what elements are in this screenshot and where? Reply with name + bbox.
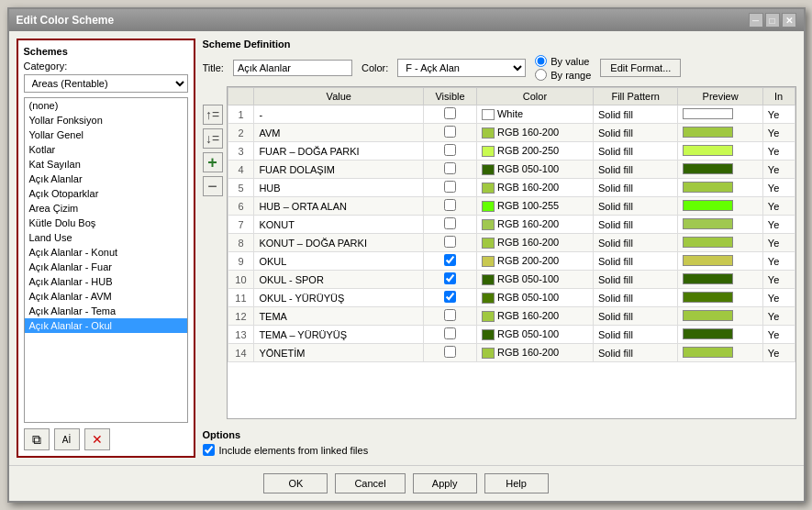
row-num: 1 <box>228 105 254 124</box>
table-row[interactable]: 1-WhiteSolid fillYe <box>228 105 795 124</box>
table-row[interactable]: 8KONUT – DOĞA PARKIRGB 160-200Solid fill… <box>228 234 795 252</box>
row-visible[interactable] <box>424 161 477 179</box>
row-visible[interactable] <box>424 344 477 362</box>
table-row[interactable]: 9OKULRGB 200-200Solid fillYe <box>228 252 795 271</box>
scheme-list-item[interactable]: Açık Alanlar - Konut <box>25 245 187 260</box>
row-visible[interactable] <box>424 252 477 271</box>
row-visible[interactable] <box>424 124 477 142</box>
row-visible[interactable] <box>424 289 477 307</box>
visible-checkbox[interactable] <box>444 181 456 193</box>
edit-color-scheme-dialog: Edit Color Scheme ─ □ ✕ Schemes Category… <box>7 7 806 503</box>
copy-scheme-button[interactable]: ⧉ <box>24 428 50 450</box>
table-row[interactable]: 7KONUTRGB 160-200Solid fillYe <box>228 216 795 234</box>
options-section: Options Include elements from linked fil… <box>203 425 796 458</box>
scheme-list-item[interactable]: Açık Alanlar - Tema <box>25 304 187 318</box>
visible-checkbox[interactable] <box>444 236 456 248</box>
scheme-list-item[interactable]: Kotlar <box>25 142 187 157</box>
visible-checkbox[interactable] <box>444 107 456 119</box>
include-linked-checkbox[interactable] <box>203 444 215 456</box>
cancel-button[interactable]: Cancel <box>335 473 405 493</box>
row-visible[interactable] <box>424 326 477 344</box>
edit-scheme-button[interactable]: Aİ <box>54 428 80 450</box>
visible-checkbox[interactable] <box>444 126 456 138</box>
maximize-button[interactable]: □ <box>765 13 780 28</box>
move-down-button[interactable]: ↓= <box>203 128 223 149</box>
apply-button[interactable]: Apply <box>413 473 477 493</box>
schemes-list[interactable]: (none)Yollar FonksiyonYollar GenelKotlar… <box>24 97 188 423</box>
scheme-list-item[interactable]: Area Çizim <box>25 201 187 216</box>
visible-checkbox[interactable] <box>444 254 456 266</box>
by-range-radio[interactable] <box>535 69 547 81</box>
include-linked-label[interactable]: Include elements from linked files <box>203 444 796 456</box>
visible-checkbox[interactable] <box>444 309 456 321</box>
visible-checkbox[interactable] <box>444 162 456 174</box>
row-value: OKUL <box>254 252 424 271</box>
scheme-list-item[interactable]: (none) <box>25 98 187 113</box>
scheme-list-item[interactable]: Açık Alanlar - AVM <box>25 289 187 304</box>
row-fill: Solid fill <box>594 216 678 234</box>
row-preview <box>678 271 762 289</box>
row-visible[interactable] <box>424 142 477 161</box>
scheme-list-item[interactable]: Land Use <box>25 230 187 245</box>
table-container: ↑= ↓= + − Value Visible Color Fi <box>203 86 796 419</box>
row-visible[interactable] <box>424 197 477 216</box>
scheme-list-item[interactable]: Açık Alanlar <box>25 172 187 186</box>
scheme-list-item[interactable]: Kat Sayılan <box>25 157 187 172</box>
visible-checkbox[interactable] <box>444 217 456 229</box>
ok-button[interactable]: OK <box>263 473 328 493</box>
left-panel: Schemes Category: Areas (Rentable) (none… <box>17 39 195 458</box>
add-row-button[interactable]: + <box>203 152 223 172</box>
row-color: RGB 160-200 <box>476 307 593 326</box>
scheme-list-item[interactable]: Açık Alanlar - Fuar <box>25 260 187 274</box>
visible-checkbox[interactable] <box>444 327 456 339</box>
by-range-radio-label[interactable]: By range <box>535 69 591 81</box>
row-value: AVM <box>254 124 424 142</box>
delete-scheme-button[interactable]: ✕ <box>84 428 110 450</box>
row-visible[interactable] <box>424 307 477 326</box>
schemes-title: Schemes <box>24 46 188 57</box>
move-up-button[interactable]: ↑= <box>203 105 223 125</box>
visible-checkbox[interactable] <box>444 144 456 156</box>
row-preview <box>678 289 762 307</box>
scheme-def-title: Scheme Definition <box>203 39 796 50</box>
category-dropdown[interactable]: Areas (Rentable) <box>24 74 188 93</box>
table-row[interactable]: 11OKUL - YÜRÜYÜŞRGB 050-100Solid fillYe <box>228 289 795 307</box>
by-value-radio-label[interactable]: By value <box>535 55 591 67</box>
visible-checkbox[interactable] <box>444 291 456 303</box>
visible-checkbox[interactable] <box>444 199 456 211</box>
row-visible[interactable] <box>424 234 477 252</box>
table-row[interactable]: 10OKUL - SPORRGB 050-100Solid fillYe <box>228 271 795 289</box>
row-visible[interactable] <box>424 105 477 124</box>
by-value-radio[interactable] <box>535 55 547 67</box>
table-row[interactable]: 6HUB – ORTA ALANRGB 100-255Solid fillYe <box>228 197 795 216</box>
scheme-list-item[interactable]: Açık Otoparklar <box>25 186 187 201</box>
row-fill: Solid fill <box>594 234 678 252</box>
table-row[interactable]: 5HUBRGB 160-200Solid fillYe <box>228 179 795 197</box>
scheme-list-item[interactable]: Yollar Genel <box>25 128 187 142</box>
table-row[interactable]: 4FUAR DOLAŞIMRGB 050-100Solid fillYe <box>228 161 795 179</box>
scheme-list-item[interactable]: Kütle Dolu Boş <box>25 216 187 230</box>
row-visible[interactable] <box>424 179 477 197</box>
row-value: OKUL - YÜRÜYÜŞ <box>254 289 424 307</box>
scheme-list-item[interactable]: Açık Alanlar - HUB <box>25 274 187 289</box>
visible-checkbox[interactable] <box>444 272 456 284</box>
remove-row-button[interactable]: − <box>203 176 223 196</box>
table-row[interactable]: 2AVMRGB 160-200Solid fillYe <box>228 124 795 142</box>
visible-checkbox[interactable] <box>444 346 456 358</box>
table-row[interactable]: 3FUAR – DOĞA PARKIRGB 200-250Solid fillY… <box>228 142 795 161</box>
row-visible[interactable] <box>424 216 477 234</box>
table-row[interactable]: 12TEMARGB 160-200Solid fillYe <box>228 307 795 326</box>
color-scheme-table: Value Visible Color Fill Pattern Preview… <box>228 87 795 362</box>
minimize-button[interactable]: ─ <box>749 13 763 28</box>
scheme-list-item[interactable]: Yollar Fonksiyon <box>25 113 187 128</box>
table-row[interactable]: 14YÖNETİMRGB 160-200Solid fillYe <box>228 344 795 362</box>
close-button[interactable]: ✕ <box>782 13 796 28</box>
scheme-list-item[interactable]: Açık Alanlar - Okul <box>25 318 187 333</box>
row-visible[interactable] <box>424 271 477 289</box>
color-dropdown[interactable]: F - Açk Alan <box>397 59 526 77</box>
scheme-title-input[interactable] <box>233 60 352 76</box>
edit-format-button[interactable]: Edit Format... <box>600 59 681 77</box>
help-button[interactable]: Help <box>484 473 549 493</box>
table-row[interactable]: 13TEMA – YÜRÜYÜŞRGB 050-100Solid fillYe <box>228 326 795 344</box>
preview-swatch <box>683 200 733 211</box>
